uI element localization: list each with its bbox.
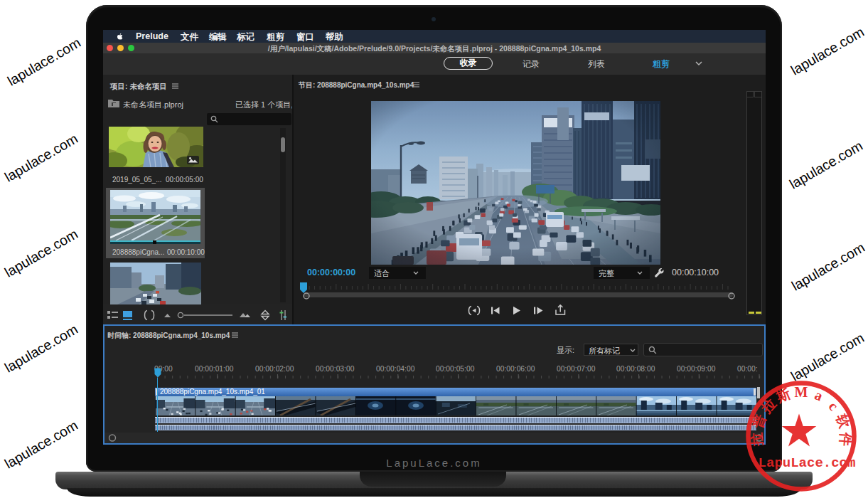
svg-text:拉: 拉 xyxy=(749,432,765,447)
svg-text:LapuLace.com: LapuLace.com xyxy=(759,455,856,471)
svg-text:件: 件 xyxy=(837,431,853,446)
svg-text:M: M xyxy=(795,384,808,400)
svg-text:c: c xyxy=(826,398,842,414)
svg-text:a: a xyxy=(813,387,825,404)
